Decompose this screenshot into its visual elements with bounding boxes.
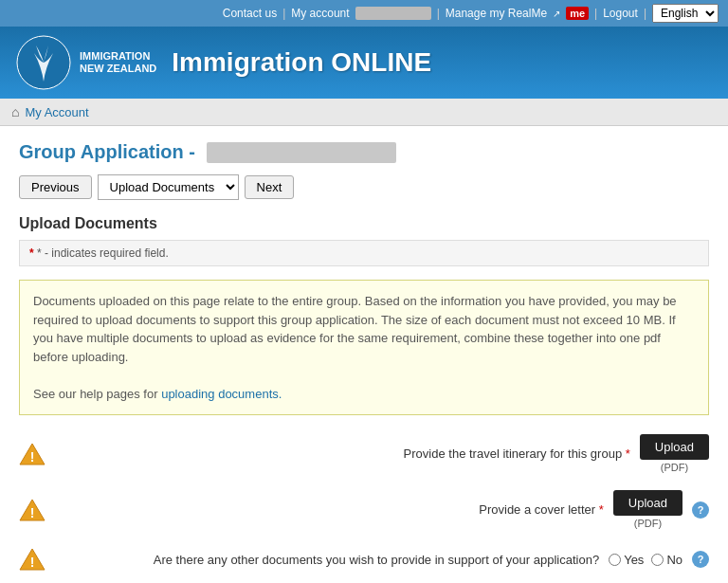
info-box: Documents uploaded on this page relate t… — [19, 280, 709, 415]
radio-yes-label[interactable]: Yes — [609, 553, 644, 567]
cover-letter-help-icon[interactable]: ? — [692, 501, 709, 519]
page-title: Group Application - — [19, 141, 709, 163]
step-navigation: Previous Upload Documents Next — [19, 174, 709, 200]
my-account-link[interactable]: My account — [291, 7, 349, 20]
realme-badge: me — [566, 7, 589, 20]
doc-row-cover-letter: ! Provide a cover letter * Upload (PDF) … — [19, 490, 709, 529]
next-button[interactable]: Next — [245, 175, 295, 199]
my-account-value — [355, 7, 431, 20]
site-title: Immigration ONLINE — [172, 47, 431, 78]
travel-itinerary-text: Provide the travel itinerary for this gr… — [404, 446, 623, 461]
previous-button[interactable]: Previous — [19, 175, 92, 199]
step-dropdown[interactable]: Upload Documents — [98, 174, 239, 200]
page-title-text: Group Application - — [19, 141, 195, 163]
cover-letter-pdf-note: (PDF) — [634, 518, 662, 529]
other-docs-help-icon[interactable]: ? — [692, 551, 709, 568]
help-prefix: See our help pages for — [33, 387, 161, 401]
required-asterisk-1: * — [626, 446, 630, 461]
home-icon[interactable]: ⌂ — [11, 104, 19, 119]
doc-row-other-documents: ! Are there any other documents you wish… — [19, 546, 709, 573]
separator: | — [282, 7, 285, 20]
travel-itinerary-upload-group: Upload (PDF) — [640, 434, 709, 473]
radio-yes-text: Yes — [624, 553, 644, 567]
manage-realme-link[interactable]: Manage my RealMe — [446, 7, 547, 20]
language-select[interactable]: English — [652, 4, 719, 23]
cover-letter-text: Provide a cover letter — [479, 502, 595, 517]
logo-text: IMMIGRATION NEW ZEALAND — [80, 50, 156, 75]
info-box-text: Documents uploaded on this page relate t… — [33, 294, 677, 364]
warning-icon-2: ! — [19, 497, 46, 523]
contact-us-link[interactable]: Contact us — [223, 7, 277, 20]
radio-no-label[interactable]: No — [651, 553, 682, 567]
nz-fern-logo — [15, 34, 72, 91]
travel-itinerary-label: Provide the travel itinerary for this gr… — [55, 446, 630, 461]
cover-letter-upload-button[interactable]: Upload — [613, 490, 682, 516]
warning-icon-3: ! — [19, 546, 46, 573]
required-note-text: * - indicates required field. — [37, 246, 169, 260]
top-navigation: Contact us | My account | Manage my Real… — [0, 0, 728, 27]
other-docs-label: Are there any other documents you wish t… — [55, 553, 599, 567]
radio-no-text: No — [666, 553, 682, 567]
radio-yes-input[interactable] — [609, 554, 621, 566]
cover-letter-upload-group: Upload (PDF) — [613, 490, 682, 529]
svg-text:!: ! — [30, 449, 35, 465]
breadcrumb: ⌂ My Account — [0, 99, 728, 126]
cover-letter-label: Provide a cover letter * — [55, 502, 604, 517]
radio-no-input[interactable] — [651, 554, 664, 566]
main-content: Group Application - Previous Upload Docu… — [0, 126, 728, 583]
breadcrumb-my-account[interactable]: My Account — [25, 105, 88, 119]
logo-area: IMMIGRATION NEW ZEALAND — [15, 34, 156, 91]
doc-row-travel-itinerary: ! Provide the travel itinerary for this … — [19, 434, 709, 473]
svg-text:!: ! — [30, 505, 35, 520]
logout-link[interactable]: Logout — [603, 7, 638, 20]
site-header: IMMIGRATION NEW ZEALAND Immigration ONLI… — [0, 27, 728, 99]
other-docs-radio-group: Yes No — [609, 553, 682, 567]
other-docs-text: Are there any other documents you wish t… — [154, 553, 599, 567]
separator2: | — [437, 7, 440, 20]
travel-itinerary-pdf-note: (PDF) — [661, 462, 688, 473]
application-id-bar — [207, 142, 396, 163]
section-heading: Upload Documents — [19, 215, 709, 232]
required-note: * * - indicates required field. — [19, 240, 709, 266]
external-link-icon: ↗ — [553, 9, 560, 19]
required-asterisk-2: * — [599, 502, 604, 517]
travel-itinerary-upload-button[interactable]: Upload — [640, 434, 709, 460]
asterisk: * — [29, 246, 34, 260]
warning-icon-1: ! — [19, 441, 46, 467]
svg-text:!: ! — [30, 555, 35, 570]
uploading-documents-link[interactable]: uploading documents. — [161, 387, 282, 401]
separator3: | — [594, 7, 597, 20]
separator4: | — [644, 7, 646, 20]
